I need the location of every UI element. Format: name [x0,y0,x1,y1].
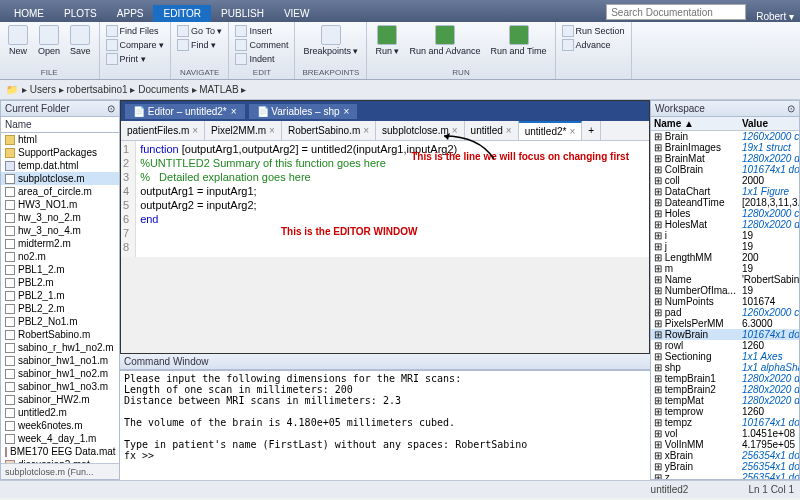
find-files-button[interactable]: Find Files [106,24,165,38]
dock-tab[interactable]: 📄 Editor – untitled2* × [125,104,245,119]
workspace-row[interactable]: ⊞ temprow1260 [651,406,799,417]
file-tab[interactable]: Pixel2MM.m × [205,121,282,140]
breadcrumb[interactable]: 📁 ▸ Users ▸ robertsabino1 ▸ Documents ▸ … [0,80,800,100]
panel-menu-icon[interactable]: ⊙ [787,103,795,114]
workspace-row[interactable]: ⊞ yBrain256354x1 do [651,461,799,472]
workspace-row[interactable]: ⊞ i19 [651,230,799,241]
workspace-row[interactable]: ⊞ j19 [651,241,799,252]
tab-home[interactable]: HOME [4,5,54,22]
file-item[interactable]: hw_3_no_2.m [1,211,119,224]
file-item[interactable]: PBL1_2.m [1,263,119,276]
run-and-time-button[interactable]: Run and Time [489,24,549,57]
workspace-row[interactable]: ⊞ tempBrain21280x2020 d [651,384,799,395]
file-item[interactable]: RobertSabino.m [1,328,119,341]
tab-apps[interactable]: APPS [107,5,154,22]
workspace-row[interactable]: ⊞ tempz101674x1 do [651,417,799,428]
tab-publish[interactable]: PUBLISH [211,5,274,22]
workspace-row[interactable]: ⊞ tempMat1280x2020 d [651,395,799,406]
workspace-row[interactable]: ⊞ PixelsPerMM6.3000 [651,318,799,329]
indent-button[interactable]: Indent [235,52,288,66]
workspace-row[interactable]: ⊞ Holes1280x2000 c [651,208,799,219]
run--button[interactable]: Run ▾ [373,24,401,57]
run-section-button[interactable]: Run Section [562,24,625,38]
workspace-row[interactable]: ⊞ Brain1260x2000 c [651,131,799,143]
tab-plots[interactable]: PLOTS [54,5,107,22]
file-item[interactable]: temp.dat.html [1,159,119,172]
workspace-row[interactable]: ⊞ tempBrain11280x2020 d [651,373,799,384]
close-icon[interactable]: × [363,125,369,136]
column-header[interactable]: Name ▲ [651,117,739,131]
comment-button[interactable]: Comment [235,38,288,52]
workspace-row[interactable]: ⊞ RowBrain101674x1 do [651,329,799,340]
save-button[interactable]: Save [68,24,93,57]
panel-menu-icon[interactable]: ⊙ [107,103,115,114]
close-icon[interactable]: × [506,125,512,136]
workspace-row[interactable]: ⊞ pad1260x2000 c [651,307,799,318]
new-tab-button[interactable]: + [582,121,601,140]
file-item[interactable]: no2.m [1,250,119,263]
search-input[interactable] [606,4,746,20]
column-header[interactable]: Value [739,117,799,131]
file-item[interactable]: untitled2.m [1,406,119,419]
file-item[interactable]: sabinor_HW2.m [1,393,119,406]
file-tab[interactable]: untitled2* × [519,121,583,140]
find--button[interactable]: Find ▾ [177,38,222,52]
file-item[interactable]: hw_3_no_4.m [1,224,119,237]
breakpoints--button[interactable]: Breakpoints ▾ [301,24,360,57]
user-menu[interactable]: Robert ▾ [750,11,800,22]
workspace-row[interactable]: ⊞ LengthMM200 [651,252,799,263]
new-button[interactable]: New [6,24,30,57]
insert-button[interactable]: Insert [235,24,288,38]
workspace-row[interactable]: ⊞ NumPoints101674 [651,296,799,307]
workspace-row[interactable]: ⊞ coll2000 [651,175,799,186]
file-item[interactable]: sabino_r_hw1_no2.m [1,341,119,354]
file-item[interactable]: BME170 EEG Data.mat [1,445,119,458]
close-icon[interactable]: × [192,125,198,136]
workspace-row[interactable]: ⊞ BrainImages19x1 struct [651,142,799,153]
close-icon[interactable]: × [569,126,575,137]
file-item[interactable]: week_4_day_1.m [1,432,119,445]
close-icon[interactable]: × [231,106,237,117]
workspace-row[interactable]: ⊞ NumberOfIma...19 [651,285,799,296]
workspace-row[interactable]: ⊞ xBrain256354x1 do [651,450,799,461]
file-item[interactable]: sabinor_hw1_no2.m [1,367,119,380]
file-tab[interactable]: RobertSabino.m × [282,121,376,140]
file-item[interactable]: PBL2_No1.m [1,315,119,328]
workspace-row[interactable]: ⊞ HolesMat1280x2020 d [651,219,799,230]
close-icon[interactable]: × [344,106,350,117]
workspace-row[interactable]: ⊞ vol1.0451e+08 [651,428,799,439]
file-item[interactable]: PBL2_2.m [1,302,119,315]
file-item[interactable]: SupportPackages [1,146,119,159]
file-item[interactable]: HW3_NO1.m [1,198,119,211]
advance-button[interactable]: Advance [562,38,625,52]
workspace-row[interactable]: ⊞ BrainMat1280x2020 d [651,153,799,164]
run-and-advance-button[interactable]: Run and Advance [407,24,482,57]
workspace-row[interactable]: ⊞ z256354x1 do [651,472,799,479]
print--button[interactable]: Print ▾ [106,52,165,66]
file-item[interactable]: PBL2.m [1,276,119,289]
file-item[interactable]: midterm2.m [1,237,119,250]
go-to--button[interactable]: Go To ▾ [177,24,222,38]
file-item[interactable]: subplotclose.m [1,172,119,185]
workspace-row[interactable]: ⊞ DataChart1x1 Figure [651,186,799,197]
workspace-row[interactable]: ⊞ Name'RobertSabino' [651,274,799,285]
file-item[interactable]: week6notes.m [1,419,119,432]
tab-editor[interactable]: EDITOR [153,5,211,22]
file-item[interactable]: area_of_circle.m [1,185,119,198]
tab-view[interactable]: VIEW [274,5,320,22]
file-tab[interactable]: patientFiles.m × [121,121,205,140]
file-item[interactable]: PBL2_1.m [1,289,119,302]
workspace-row[interactable]: ⊞ rowl1260 [651,340,799,351]
compare--button[interactable]: Compare ▾ [106,38,165,52]
open-button[interactable]: Open [36,24,62,57]
workspace-row[interactable]: ⊞ m19 [651,263,799,274]
file-item[interactable]: sabinor_hw1_no3.m [1,380,119,393]
workspace-row[interactable]: ⊞ ColBrain101674x1 do [651,164,799,175]
close-icon[interactable]: × [269,125,275,136]
workspace-row[interactable]: ⊞ Sectioning1x1 Axes [651,351,799,362]
workspace-row[interactable]: ⊞ shp1x1 alphaSha [651,362,799,373]
file-item[interactable]: sabinor_hw1_no1.m [1,354,119,367]
workspace-row[interactable]: ⊞ VolInMM4.1795e+05 [651,439,799,450]
dock-tab[interactable]: 📄 Variables – shp × [249,104,358,119]
workspace-row[interactable]: ⊞ DateandTime[2018,3,11,3... [651,197,799,208]
